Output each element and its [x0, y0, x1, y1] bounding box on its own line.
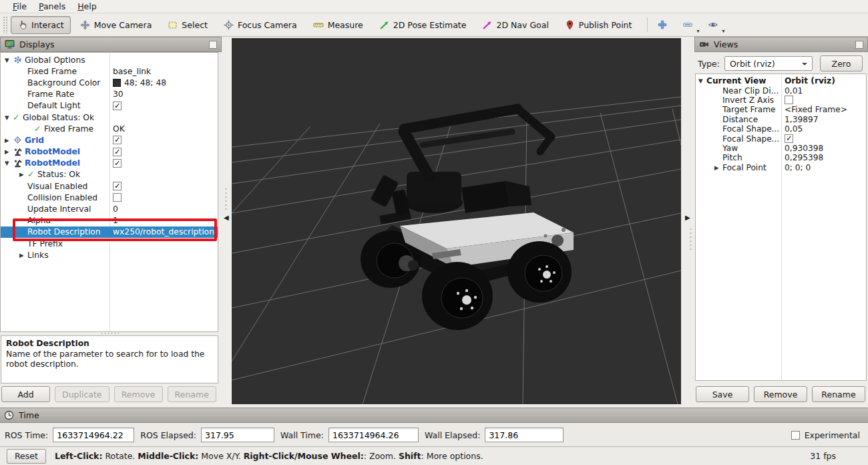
property-name: TF Prefix — [27, 239, 63, 249]
expander-right-icon[interactable]: ▶ — [19, 171, 27, 178]
dropdown-caret-icon[interactable]: ▾ — [696, 28, 699, 34]
expander-down-icon[interactable]: ▼ — [5, 160, 13, 166]
tree-row-grid[interactable]: ▶Grid — [1, 134, 218, 146]
reset-button[interactable]: Reset — [7, 449, 46, 464]
value-text: wx250/robot_description — [113, 227, 214, 237]
zoom-in-plus-icon — [657, 19, 668, 30]
right-panel-splitter[interactable]: ▶ — [681, 37, 694, 408]
tool-move-camera[interactable]: Move Camera — [73, 16, 159, 34]
time-field-input[interactable] — [485, 428, 564, 442]
zero-button[interactable]: Zero — [820, 55, 863, 71]
expander-right-icon[interactable]: ▶ — [5, 137, 13, 144]
time-panel-titlebar[interactable]: Time — [0, 408, 868, 423]
tree-row-focal-point[interactable]: ▶Focal Point0; 0; 0 — [696, 163, 866, 172]
time-field-input[interactable] — [329, 428, 419, 442]
tree-row-pitch[interactable]: Pitch0,295398 — [696, 153, 866, 162]
tool-measure[interactable]: Measure — [306, 16, 370, 34]
row-name: Distance — [696, 115, 781, 124]
tree-row-robotmodel[interactable]: ▶RobotModel — [1, 146, 218, 158]
expander-right-icon[interactable]: ▶ — [714, 164, 722, 171]
tool-label: Select — [182, 20, 208, 30]
checkbox-checked[interactable] — [785, 134, 793, 143]
tree-row-focal-shape[interactable]: Focal Shape... — [696, 134, 866, 143]
tree-row-robot-description[interactable]: Robot Descriptionwx250/robot_description — [1, 226, 218, 238]
experimental-toggle[interactable]: Experimental — [791, 430, 860, 440]
views-panel: Views Type: Orbit (rviz) Zero ▼Current V… — [694, 37, 868, 408]
menu-file[interactable]: File — [7, 1, 33, 12]
tree-row-background-color[interactable]: Background Color48; 48; 48 — [1, 77, 218, 88]
row-name: ▼Current View — [696, 76, 781, 86]
tree-row-robotmodel[interactable]: ▼RobotModel — [1, 158, 218, 169]
tree-row-visual-enabled[interactable]: Visual Enabled — [1, 180, 218, 192]
checkbox-checked[interactable] — [113, 102, 122, 110]
menu-panels[interactable]: Panels — [33, 1, 71, 12]
add-button[interactable]: Add — [1, 386, 50, 402]
value-text: base_link — [113, 67, 151, 76]
displays-float-button[interactable] — [209, 41, 217, 49]
views-float-button[interactable] — [855, 41, 863, 49]
expander-right-icon[interactable]: ▶ — [19, 252, 27, 259]
checkbox-checked[interactable] — [113, 182, 122, 190]
toolbutton-render-eye-icon[interactable]: ▾ — [704, 17, 722, 33]
tree-row-alpha[interactable]: Alpha1 — [1, 215, 218, 226]
tree-row-collision-enabled[interactable]: Collision Enabled — [1, 192, 218, 203]
save-button[interactable]: Save — [696, 386, 749, 402]
tree-row-focal-shape[interactable]: Focal Shape...0,05 — [696, 124, 866, 134]
collapse-right-arrow-icon[interactable]: ▶ — [685, 214, 690, 221]
value-text: Orbit (rviz) — [785, 76, 835, 86]
expander-right-icon[interactable]: ▶ — [5, 148, 13, 155]
tree-row-global-status-ok[interactable]: ▼✓Global Status: Ok — [1, 112, 218, 123]
view-type-dropdown[interactable]: Orbit (rviz) — [724, 56, 813, 71]
dropdown-caret-icon[interactable]: ▾ — [722, 28, 724, 34]
collapse-left-arrow-icon[interactable]: ◀ — [224, 214, 229, 221]
remove-button[interactable]: Remove — [754, 386, 807, 402]
tree-row-distance[interactable]: Distance1,39897 — [696, 115, 866, 124]
tree-row-tf-prefix[interactable]: TF Prefix — [1, 238, 218, 249]
tree-row-near-clip-di[interactable]: Near Clip Di...0,01 — [696, 86, 866, 95]
time-field-input[interactable] — [53, 428, 134, 442]
checkbox-checked[interactable] — [113, 148, 122, 156]
checkbox-checked[interactable] — [113, 136, 122, 144]
checkbox-unchecked[interactable] — [113, 193, 122, 202]
expander-down-icon[interactable]: ▼ — [5, 114, 13, 121]
tree-row-current-view[interactable]: ▼Current ViewOrbit (rviz) — [696, 76, 866, 86]
expander-down-icon[interactable]: ▼ — [698, 78, 706, 84]
tree-row-default-light[interactable]: Default Light — [1, 100, 218, 112]
3d-viewport[interactable] — [232, 38, 681, 404]
toolbutton-zoom-in-plus-icon[interactable] — [654, 17, 671, 33]
tree-row-invert-z-axis[interactable]: Invert Z Axis — [696, 96, 866, 105]
menu-help[interactable]: Help — [71, 1, 103, 12]
tree-row-yaw[interactable]: Yaw0,930398 — [696, 144, 866, 153]
property-name: Status: Ok — [37, 170, 80, 179]
checkbox-unchecked[interactable] — [785, 96, 793, 104]
toolbutton-zoom-out-minus-icon[interactable]: ▾ — [679, 17, 696, 33]
tool-2d-nav-goal[interactable]: 2D Nav Goal — [475, 16, 555, 34]
time-field-input[interactable] — [201, 428, 274, 442]
tree-row-fixed-frame[interactable]: Fixed Framebase_link — [1, 65, 218, 77]
checkbox-checked[interactable] — [113, 159, 122, 168]
displays-panel-titlebar[interactable]: Displays — [0, 37, 222, 52]
tool-select[interactable]: Select — [161, 16, 214, 34]
displays-splitter-handle[interactable] — [100, 332, 119, 335]
tool-focus-camera[interactable]: Focus Camera — [217, 16, 304, 34]
tree-row-target-frame[interactable]: Target Frame<Fixed Frame> — [696, 105, 866, 114]
views-panel-titlebar[interactable]: Views — [694, 37, 868, 52]
tool-2d-pose-estimate[interactable]: 2D Pose Estimate — [373, 16, 473, 34]
row-name: Default Light — [1, 101, 110, 110]
expander-down-icon[interactable]: ▼ — [5, 57, 13, 63]
tree-row-global-options[interactable]: ▼Global Options — [1, 54, 218, 65]
tree-row-update-interval[interactable]: Update Interval0 — [1, 203, 218, 214]
tree-row-status-ok[interactable]: ▶✓Status: Ok — [1, 169, 218, 180]
tree-row-frame-rate[interactable]: Frame Rate30 — [1, 89, 218, 100]
left-panel-splitter[interactable]: ◀ — [222, 37, 232, 408]
experimental-checkbox[interactable] — [791, 431, 800, 440]
tree-row-links[interactable]: ▶Links — [1, 249, 218, 261]
tree-row-fixed-frame[interactable]: ✓Fixed FrameOK — [1, 123, 218, 134]
rename-button[interactable]: Rename — [812, 386, 865, 402]
tool-publish-point[interactable]: Publish Point — [558, 16, 639, 34]
tool-interact[interactable]: Interact — [11, 16, 71, 34]
property-name: Global Options — [25, 55, 85, 65]
menu-accel: H — [77, 1, 83, 11]
toolbar-drag-handle[interactable] — [3, 16, 7, 33]
row-name: TF Prefix — [1, 239, 110, 249]
